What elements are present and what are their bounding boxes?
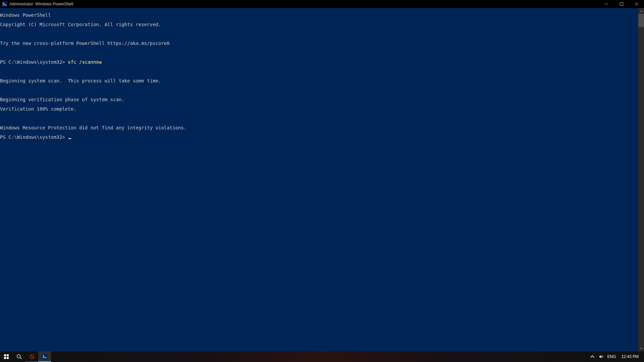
console-prompt-line: PS C:\Windows\system32> sfc /scannow <box>0 60 644 64</box>
console-line: Try the new cross-platform PowerShell ht… <box>0 41 644 46</box>
maximize-button[interactable] <box>614 0 629 8</box>
console-line: Beginning verification phase of system s… <box>0 97 644 102</box>
svg-rect-8 <box>7 357 9 359</box>
console-line <box>0 69 644 74</box>
chevron-up-icon <box>590 354 595 359</box>
language-indicator[interactable]: ENG <box>605 351 618 362</box>
console-line <box>0 116 644 121</box>
search-icon <box>16 354 22 359</box>
svg-line-12 <box>31 356 33 358</box>
tray-overflow-button[interactable] <box>588 351 597 362</box>
text-cursor <box>68 138 71 139</box>
svg-rect-5 <box>4 354 6 356</box>
console-line: Windows Resource Protection did not find… <box>0 125 644 130</box>
windows-start-icon <box>4 354 9 359</box>
console-line <box>0 32 644 36</box>
console-prompt-line: PS C:\Windows\system32> <box>0 135 644 139</box>
scrollbar-thumb[interactable] <box>638 14 644 27</box>
svg-point-9 <box>17 355 20 358</box>
scrollbar-track[interactable] <box>638 14 644 346</box>
powershell-icon <box>2 1 7 7</box>
snip-sketch-icon <box>29 354 35 359</box>
scroll-down-button[interactable] <box>638 346 644 351</box>
search-button[interactable] <box>13 351 25 362</box>
scroll-up-button[interactable] <box>638 8 644 14</box>
clock[interactable]: 12:43 PM <box>618 351 642 362</box>
svg-rect-2 <box>620 3 623 6</box>
taskbar-spacer <box>51 351 588 362</box>
console-line: Copyright (C) Microsoft Corporation. All… <box>0 22 644 27</box>
svg-rect-7 <box>4 357 6 359</box>
console-output: Windows PowerShell Copyright (C) Microso… <box>0 8 644 351</box>
entered-command: sfc /scannow <box>68 59 102 65</box>
minimize-button[interactable] <box>599 0 614 8</box>
start-button[interactable] <box>0 351 13 362</box>
window-titlebar: Administrator: Windows PowerShell <box>0 0 644 8</box>
taskbar-app-snip[interactable] <box>25 351 38 362</box>
console-area[interactable]: Windows PowerShell Copyright (C) Microso… <box>0 8 644 351</box>
svg-line-10 <box>20 358 21 359</box>
svg-rect-6 <box>7 354 9 356</box>
console-line: Beginning system scan. This process will… <box>0 78 644 83</box>
prompt-prefix: PS C:\Windows\system32> <box>0 134 68 140</box>
taskbar-app-powershell[interactable] <box>38 351 51 362</box>
prompt-prefix: PS C:\Windows\system32> <box>0 59 68 65</box>
console-line <box>0 50 644 55</box>
powershell-icon <box>42 354 47 359</box>
taskbar: ENG 12:43 PM <box>0 351 644 362</box>
volume-icon <box>599 354 603 359</box>
system-tray: ENG 12:43 PM <box>588 351 644 362</box>
console-line <box>0 88 644 93</box>
volume-button[interactable] <box>597 351 605 362</box>
close-button[interactable] <box>629 0 644 8</box>
window-title: Administrator: Windows PowerShell <box>9 2 73 6</box>
console-line: Windows PowerShell <box>0 13 644 17</box>
console-line: Verification 100% complete. <box>0 107 644 111</box>
vertical-scrollbar[interactable] <box>638 8 644 351</box>
